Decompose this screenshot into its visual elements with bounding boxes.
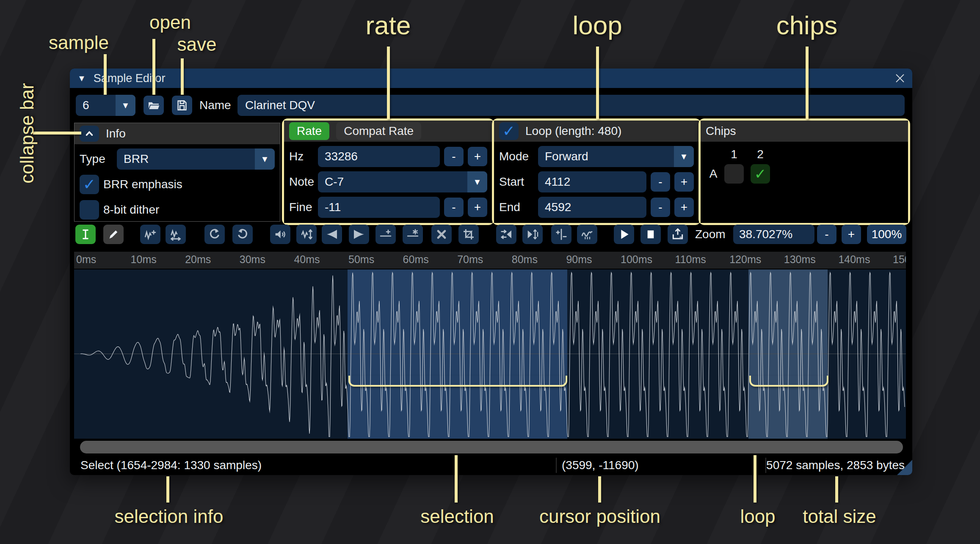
sample-selector[interactable]: 6 ▼ (76, 95, 135, 116)
ruler-tick-label: 150ms (893, 253, 906, 266)
ruler-tick-label: 110ms (675, 253, 706, 266)
type-dropdown[interactable]: BRR ▼ (117, 148, 275, 170)
annotation-selection: selection (420, 506, 494, 527)
resample-button[interactable] (166, 225, 186, 244)
fade-in-button[interactable] (322, 225, 342, 244)
loop-start-input[interactable]: 4112 (538, 171, 646, 192)
draw-mode-button[interactable] (103, 225, 124, 244)
chevron-down-icon[interactable]: ▼ (116, 95, 135, 116)
callout-line-loop-bottom (754, 455, 756, 503)
chip-row-a: A (709, 167, 718, 181)
brr-emphasis-checkbox[interactable]: ✓ (80, 175, 99, 194)
fine-decrement-button[interactable]: - (444, 198, 464, 217)
info-collapse-button[interactable] (80, 126, 99, 142)
loop-end-input[interactable]: 4592 (538, 197, 646, 218)
loop-end-decrement-button[interactable]: - (651, 198, 670, 217)
ruler-tick-label: 100ms (621, 253, 652, 266)
info-panel: Info Type BRR ▼ ✓ BRR emphasis (74, 123, 280, 222)
status-bar: Select (1654-2984: 1330 samples) (3599, … (70, 456, 912, 475)
apply-silence-button[interactable] (403, 225, 423, 244)
signed-unsigned-button[interactable] (551, 225, 571, 244)
amplify-button[interactable] (270, 225, 290, 244)
chips-annotation-box: Chips 1 2 A ✓ (698, 118, 910, 225)
fade-out-icon (352, 228, 366, 241)
callout-line-rate (387, 47, 390, 119)
loop-end-increment-button[interactable]: + (674, 198, 694, 217)
trim-button[interactable] (458, 225, 479, 244)
dither-checkbox[interactable] (80, 200, 99, 220)
annotation-loop-bottom: loop (740, 506, 775, 527)
reverse-button[interactable] (496, 225, 516, 244)
resize-grip[interactable] (897, 460, 912, 475)
callout-line-total-size (835, 476, 838, 503)
callout-line-loop (596, 47, 599, 119)
normalize-button[interactable] (296, 225, 317, 244)
zoom-value-input[interactable]: 38.7027% (733, 225, 814, 244)
timeline-ruler[interactable]: 0ms10ms20ms30ms40ms50ms60ms70ms80ms90ms1… (74, 252, 906, 269)
name-input[interactable]: Clarinet DQV (237, 95, 905, 116)
ruler-tick-label: 140ms (838, 253, 870, 266)
close-icon (894, 73, 905, 84)
fine-increment-button[interactable]: + (468, 198, 487, 217)
hz-decrement-button[interactable]: - (444, 147, 464, 166)
ruler-tick-label: 130ms (784, 253, 816, 266)
waveform-plus-icon (144, 228, 157, 241)
filter-button[interactable] (577, 225, 597, 244)
loop-checkbox[interactable]: ✓ (499, 122, 519, 140)
filter-curve-icon (580, 228, 594, 241)
zoom-reset-button[interactable]: 100% (867, 225, 906, 244)
selection-bracket (348, 376, 567, 387)
undo-icon (208, 228, 221, 241)
close-button[interactable] (894, 72, 906, 85)
chips-panel-title: Chips (706, 124, 736, 138)
chevron-down-icon: ▼ (255, 148, 275, 170)
check-icon: ✓ (754, 167, 767, 181)
loop-mode-dropdown[interactable]: Forward ▼ (538, 146, 694, 167)
silence-star-icon (406, 228, 420, 241)
stop-button[interactable] (640, 225, 661, 244)
ruler-tick-label: 50ms (348, 253, 374, 266)
export-button[interactable] (668, 225, 688, 244)
horizontal-scrollbar[interactable] (80, 441, 903, 453)
sample-editor-window: ▼ Sample Editor 6 ▼ N (70, 69, 912, 475)
delete-button[interactable] (431, 225, 452, 244)
note-dropdown[interactable]: C-7 ▼ (318, 171, 487, 192)
hz-input[interactable]: 33286 (318, 146, 440, 167)
waveform-view[interactable] (74, 269, 906, 439)
callout-line-cursor-position (598, 476, 601, 503)
select-mode-button[interactable] (75, 225, 96, 244)
chip-a1-checkbox[interactable] (724, 164, 744, 184)
loop-start-increment-button[interactable]: + (674, 172, 694, 192)
note-label: Note (289, 175, 314, 189)
pencil-icon (107, 228, 120, 241)
invert-icon (526, 228, 539, 241)
invert-button[interactable] (522, 225, 543, 244)
rate-panel: Rate Compat Rate Hz 33286 - + Note C-7 (284, 121, 492, 223)
play-button[interactable] (614, 225, 634, 244)
fine-input[interactable]: -11 (318, 197, 440, 218)
waveform-canvas[interactable] (74, 269, 906, 439)
resize-button[interactable] (140, 225, 160, 244)
window-collapse-icon[interactable]: ▼ (77, 74, 86, 83)
redo-button[interactable] (232, 225, 253, 244)
zoom-out-button[interactable]: - (817, 225, 836, 244)
fade-in-icon (325, 228, 339, 241)
info-panel-title: Info (106, 127, 126, 140)
status-divider (556, 458, 557, 473)
hz-increment-button[interactable]: + (468, 147, 487, 166)
insert-silence-button[interactable] (375, 225, 396, 244)
reverse-icon (500, 228, 513, 241)
zoom-in-button[interactable]: + (842, 225, 861, 244)
chip-a2-checkbox[interactable]: ✓ (751, 164, 770, 184)
titlebar[interactable]: ▼ Sample Editor (70, 69, 912, 88)
tab-rate[interactable]: Rate (289, 122, 329, 140)
undo-button[interactable] (204, 225, 225, 244)
tab-compat-rate[interactable]: Compat Rate (336, 122, 421, 140)
callout-line-save (181, 58, 184, 95)
ibeam-cursor-icon (79, 228, 92, 241)
loop-start-decrement-button[interactable]: - (651, 172, 670, 192)
ruler-tick-label: 0ms (76, 253, 96, 266)
save-sample-button[interactable] (172, 96, 192, 115)
fade-out-button[interactable] (349, 225, 369, 244)
open-sample-button[interactable] (144, 96, 164, 115)
